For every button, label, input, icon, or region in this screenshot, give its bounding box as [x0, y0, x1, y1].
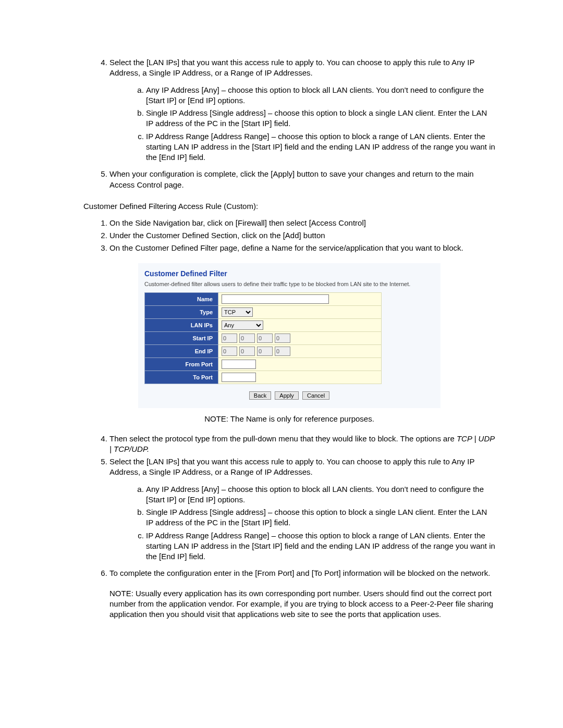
lower-step-5b: Single IP Address [Single address] – cho… — [146, 507, 495, 528]
start-ip-group — [222, 334, 378, 343]
step-4-text: Select the [LAN IPs] that you want this … — [109, 58, 474, 77]
ordered-list-top: Select the [LAN IPs] that you want this … — [83, 57, 495, 190]
step-4-sublist: Any IP Address [Any] – choose this optio… — [109, 85, 495, 163]
label-from-port: From Port — [145, 357, 218, 371]
end-ip-oct4[interactable] — [275, 347, 290, 356]
label-end-ip: End IP — [145, 344, 218, 357]
start-ip-oct3[interactable] — [257, 334, 273, 343]
lower-note: NOTE: Usually every application has its … — [109, 588, 495, 620]
lower-step-4-text: Then select the protocol type from the p… — [109, 434, 457, 443]
cancel-button[interactable]: Cancel — [302, 391, 329, 400]
step-4c: IP Address Range [Address Range] – choos… — [146, 131, 495, 163]
type-select[interactable]: TCP — [222, 307, 253, 317]
label-lan-ips: LAN IPs — [145, 318, 218, 331]
embedded-screenshot: Customer Defined Filter Customer-defined… — [138, 263, 440, 408]
start-ip-oct4[interactable] — [275, 334, 290, 343]
lower-step-5-sublist: Any IP Address [Any] – choose this optio… — [109, 484, 495, 562]
label-name: Name — [145, 292, 218, 305]
start-ip-oct2[interactable] — [239, 334, 255, 343]
label-start-ip: Start IP — [145, 331, 218, 344]
step-4b: Single IP Address [Single address] – cho… — [146, 108, 495, 129]
start-ip-oct1[interactable] — [222, 334, 237, 343]
document-page: Select the [LAN IPs] that you want this … — [0, 0, 563, 728]
step-5: When your configuration is complete, cli… — [109, 169, 495, 190]
apply-button[interactable]: Apply — [275, 391, 299, 400]
button-row: Back Apply Cancel — [144, 391, 434, 400]
step-4a: Any IP Address [Any] – choose this optio… — [146, 85, 495, 106]
back-button[interactable]: Back — [249, 391, 271, 400]
to-port-input[interactable] — [222, 373, 256, 382]
filter-panel: Customer Defined Filter Customer-defined… — [138, 263, 440, 408]
lower-step-5-text: Select the [LAN IPs] that you want this … — [109, 457, 474, 476]
end-ip-oct2[interactable] — [239, 347, 255, 356]
section-heading: Customer Defined Filtering Access Rule (… — [83, 202, 495, 211]
end-ip-group — [222, 347, 378, 356]
screenshot-caption-note: NOTE: The Name is only for reference pur… — [83, 414, 495, 423]
step-4: Select the [LAN IPs] that you want this … — [109, 57, 495, 163]
from-port-input[interactable] — [222, 360, 256, 369]
filter-description: Customer-defined filter allows users to … — [144, 281, 434, 287]
name-input[interactable] — [222, 294, 329, 304]
filter-title: Customer Defined Filter — [144, 269, 434, 278]
lower-step-6: To complete the configuration enter in t… — [109, 568, 495, 578]
filter-form-table: Name Type TCP LAN IPs Any — [144, 292, 382, 384]
custom-step-1: On the Side Navigation bar, click on [Fi… — [109, 218, 495, 228]
label-to-port: To Port — [145, 371, 218, 384]
label-type: Type — [145, 305, 218, 318]
ordered-list-lower: Then select the protocol type from the p… — [83, 434, 495, 579]
end-ip-oct3[interactable] — [257, 347, 273, 356]
lower-step-5c: IP Address Range [Address Range] – choos… — [146, 530, 495, 562]
custom-step-3: On the Customer Defined Filter page, def… — [109, 243, 495, 253]
lower-step-4: Then select the protocol type from the p… — [109, 434, 495, 455]
custom-step-2: Under the Customer Defined Section, clic… — [109, 230, 495, 241]
lan-ips-select[interactable]: Any — [222, 320, 263, 330]
end-ip-oct1[interactable] — [222, 347, 237, 356]
lower-step-5a: Any IP Address [Any] – choose this optio… — [146, 484, 495, 505]
custom-steps-list: On the Side Navigation bar, click on [Fi… — [83, 218, 495, 254]
lower-step-5: Select the [LAN IPs] that you want this … — [109, 456, 495, 562]
